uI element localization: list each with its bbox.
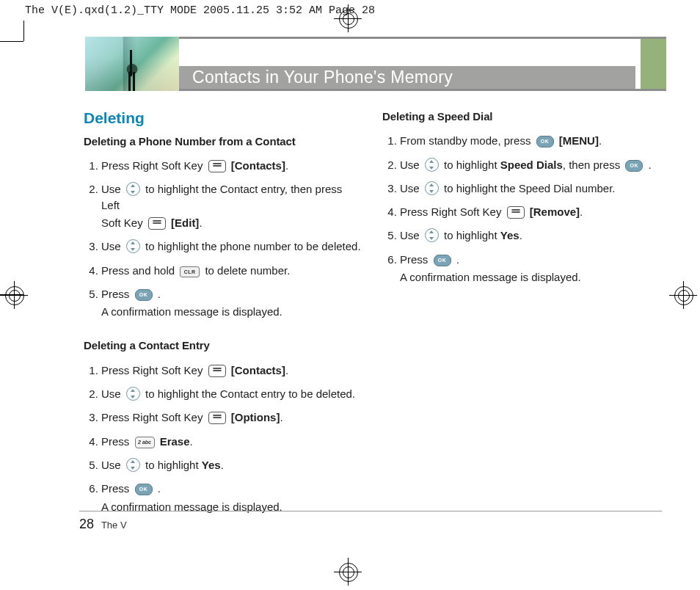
ui-label: [MENU]	[559, 134, 599, 147]
right-soft-key-icon	[507, 206, 525, 219]
step-text: .	[285, 159, 288, 172]
step-text: Use	[101, 387, 124, 400]
step-text: , then press	[563, 159, 624, 171]
ui-label: [Edit]	[171, 216, 199, 229]
list-item: Press Right Soft Key [Contacts].	[101, 360, 363, 383]
nav-key-icon	[126, 458, 140, 472]
step-text: Use	[400, 182, 423, 194]
right-soft-key-icon	[208, 365, 226, 377]
steps-delete-speed-dial: From standby mode, press [MENU]. Use to …	[382, 130, 662, 290]
print-slug-line: The V(E).qxd(1.2)_TTY MODE 2005.11.25 3:…	[25, 4, 375, 17]
step-text: Press	[101, 288, 133, 300]
ui-label: [Contacts]	[231, 364, 285, 376]
step-text: .	[199, 216, 202, 229]
left-soft-key-icon	[148, 217, 166, 230]
steps-delete-number: Press Right Soft Key [Contacts]. Use to …	[84, 155, 363, 324]
list-item: Use to highlight Yes.	[400, 225, 662, 248]
ok-key-icon	[135, 289, 153, 301]
ui-label: Yes	[500, 229, 519, 241]
keypad-2-icon	[135, 437, 155, 448]
step-text: to highlight the Contact entry to be del…	[145, 387, 355, 400]
steps-delete-contact: Press Right Soft Key [Contacts]. Use to …	[84, 360, 363, 520]
registration-mark-icon	[0, 281, 28, 309]
ui-label: [Options]	[231, 411, 280, 423]
registration-mark-icon	[334, 558, 362, 586]
list-item: Press Right Soft Key [Options].	[101, 407, 363, 430]
list-item: Press . A confirmation message is displa…	[400, 249, 662, 291]
step-text: Press	[101, 482, 133, 495]
step-text: .	[456, 253, 459, 266]
step-text: Use	[101, 459, 124, 471]
chapter-banner: Contacts in Your Phone's Memory	[79, 37, 666, 91]
step-text: Press and hold	[101, 264, 178, 277]
crop-mark	[0, 41, 23, 42]
step-text: Press Right Soft Key	[101, 411, 206, 423]
list-item: Press Right Soft Key [Remove].	[400, 201, 662, 225]
column-left: Deleting Deleting a Phone Number from a …	[84, 107, 363, 520]
column-right: Deleting a Speed Dial From standby mode,…	[382, 107, 662, 520]
registration-mark-icon	[669, 281, 697, 309]
footer-rule	[79, 511, 662, 511]
ui-label: [Contacts]	[231, 159, 285, 172]
step-note: A confirmation message is displayed.	[400, 267, 662, 285]
step-text: Soft Key	[101, 216, 146, 229]
step-text: Use	[400, 229, 423, 241]
list-item: Use to highlight the Contact entry, then…	[101, 178, 363, 236]
step-text: .	[599, 134, 602, 147]
list-item: Press . A confirmation message is displa…	[101, 283, 363, 325]
list-item: Press and hold to delete number.	[101, 260, 363, 283]
list-item: Use to highlight the Contact entry to be…	[101, 383, 363, 407]
list-item: Press Erase.	[101, 431, 363, 454]
chapter-title: Contacts in Your Phone's Memory	[179, 66, 635, 89]
step-text: .	[649, 159, 652, 171]
list-item: Use to highlight the Speed Dial number.	[400, 178, 662, 201]
right-soft-key-icon	[208, 160, 226, 172]
subheading-delete-contact: Deleting a Contact Entry	[84, 338, 363, 353]
ok-key-icon	[625, 160, 643, 172]
list-item: Press Right Soft Key [Contacts].	[101, 155, 363, 178]
page-body: Contacts in Your Phone's Memory Deleting…	[79, 37, 666, 91]
step-text: Press Right Soft Key	[101, 364, 206, 376]
subheading-delete-speed-dial: Deleting a Speed Dial	[382, 109, 662, 124]
crop-mark	[23, 21, 24, 41]
banner-photo	[85, 37, 179, 91]
list-item: Press . A confirmation message is displa…	[101, 478, 363, 520]
nav-key-icon	[126, 387, 140, 401]
section-heading-deleting: Deleting	[84, 107, 363, 129]
step-text: .	[285, 364, 288, 376]
nav-key-icon	[425, 181, 439, 195]
step-text: to highlight the Speed Dial number.	[444, 182, 616, 194]
step-text: .	[158, 482, 161, 495]
step-text: to highlight	[444, 229, 500, 241]
banner-accent	[641, 39, 666, 89]
step-text: Press Right Soft Key	[400, 205, 505, 218]
step-text: .	[580, 205, 583, 218]
nav-key-icon	[126, 182, 140, 196]
nav-key-icon	[425, 228, 439, 242]
subheading-delete-number: Deleting a Phone Number from a Contact	[84, 134, 363, 149]
step-text: to highlight	[444, 159, 500, 171]
nav-key-icon	[126, 239, 140, 253]
nav-key-icon	[425, 158, 439, 172]
page-number: 28	[79, 517, 94, 531]
step-text: to delete number.	[205, 264, 290, 277]
ui-label: [Remove]	[530, 205, 580, 218]
step-text: .	[190, 435, 193, 448]
page-footer: 28 The V	[79, 517, 127, 532]
step-text: Press	[400, 253, 431, 266]
step-note: A confirmation message is displayed.	[101, 302, 363, 319]
ok-key-icon	[434, 255, 451, 266]
step-text: Use	[101, 240, 124, 252]
ui-label: Yes	[202, 459, 221, 471]
list-item: From standby mode, press [MENU].	[400, 130, 662, 153]
step-text: .	[221, 459, 224, 471]
ok-key-icon	[536, 136, 554, 148]
ok-key-icon	[135, 484, 153, 495]
step-text: to highlight	[145, 459, 202, 471]
content-columns: Deleting Deleting a Phone Number from a …	[79, 107, 666, 520]
step-text: .	[280, 411, 282, 423]
step-text: Press	[101, 435, 133, 448]
step-text: .	[519, 229, 522, 241]
step-text: Use	[101, 183, 124, 195]
list-item: Use to highlight Yes.	[101, 454, 363, 478]
